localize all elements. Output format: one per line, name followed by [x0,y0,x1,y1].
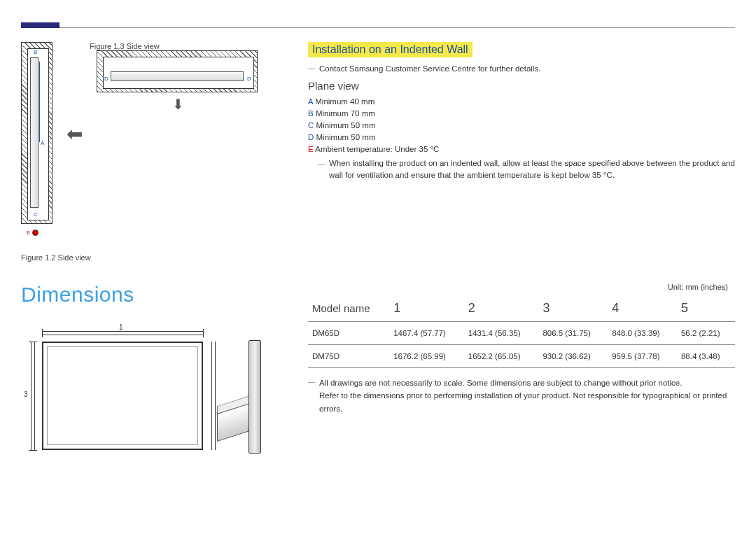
spec-e: E Ambient temperature: Under 35 °C [308,145,735,153]
contact-note: Contact Samsung Customer Service Centre … [319,64,735,73]
col-2: 2 [464,295,539,322]
table-row: DM65D 1467.4 (57.77) 1431.4 (56.35) 806.… [308,322,735,345]
spec-a: A Minimum 40 mm [308,97,735,106]
col-model: Model name [308,295,389,322]
page-header-bar [21,0,735,28]
install-note: When installing the product on an indent… [329,157,735,182]
note-line-2: Refer to the dimensions prior to perform… [308,389,735,415]
figure-1-2-label: Figure 1.2 Side view [21,253,287,262]
side-view-diagram: B A C E [21,42,59,245]
top-view-diagram: D D ⬇ [97,50,265,99]
label-d-right: D [247,76,251,82]
table-row: DM75D 1676.2 (65.99) 1652.2 (65.05) 930.… [308,345,735,368]
col-4: 4 [608,295,677,322]
dimensions-heading: Dimensions [21,283,287,307]
dim-marker-1: 1 [119,323,123,331]
label-c: C [34,211,38,218]
label-a: A [41,140,44,146]
arrow-down-icon: ⬇ [172,96,184,113]
arrow-left-icon: ⬅ [66,122,83,146]
figure-1-3: B A C E ⬅ Figure 1.3 Side view D D ⬇ [21,42,287,245]
spec-b: B Minimum 70 mm [308,109,735,118]
temperature-sensor-dot [32,230,38,236]
label-d-left: D [104,76,108,82]
dimensions-diagram: 1 3 [21,328,266,482]
plane-view-heading: Plane view [308,80,735,92]
figure-column: B A C E ⬅ Figure 1.3 Side view D D ⬇ [21,42,287,262]
section-title: Installation on an Indented Wall [308,42,472,57]
installation-section: Installation on an Indented Wall Contact… [287,42,735,262]
table-header-row: Model name 1 2 3 4 5 [308,295,735,322]
label-e: E [27,230,30,236]
figure-1-3-label: Figure 1.3 Side view [90,42,265,50]
unit-label: Unit: mm (inches) [308,283,728,291]
label-b: B [34,49,37,55]
spec-d: D Minimum 50 mm [308,133,735,141]
dimensions-table: Model name 1 2 3 4 5 DM65D 1467.4 (57.77… [308,295,735,368]
col-3: 3 [538,295,608,322]
col-5: 5 [677,295,735,322]
dimensions-table-column: Unit: mm (inches) Model name 1 2 3 4 5 D… [287,283,735,482]
spec-c: C Minimum 50 mm [308,121,735,129]
col-1: 1 [389,295,464,322]
dimensions-notes: All drawings are not necessarily to scal… [308,377,735,415]
dimensions-figure-column: Dimensions 1 3 [21,283,287,482]
dim-marker-3: 3 [24,391,28,398]
note-line-1: All drawings are not necessarily to scal… [308,377,735,389]
